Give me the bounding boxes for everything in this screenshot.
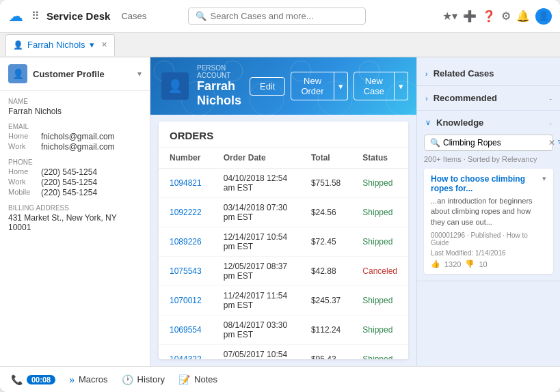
settings-icon[interactable]: ⚙ xyxy=(501,10,511,23)
help-icon[interactable]: ❓ xyxy=(482,10,496,23)
order-date: 11/24/2017 11:54 pm EST xyxy=(213,286,300,316)
order-status: Shipped xyxy=(351,198,408,227)
related-cases-header[interactable]: › Related Cases xyxy=(417,61,560,85)
timer-item[interactable]: 📞 00:08 xyxy=(11,374,55,385)
new-order-chevron[interactable]: ▾ xyxy=(334,72,348,100)
recommended-header[interactable]: › Recommended - xyxy=(417,86,560,110)
profile-chevron[interactable]: ▾ xyxy=(137,69,142,79)
tab-label: Farrah Nichols xyxy=(27,40,85,50)
new-order-button[interactable]: New Order xyxy=(291,72,334,100)
knowledge-card-modified: Last Modified: 1/14/2016 xyxy=(431,249,546,257)
search-input[interactable] xyxy=(211,11,358,21)
user-avatar[interactable]: 👤 xyxy=(535,8,552,25)
orders-table-header: Number Order Date Total Status xyxy=(159,148,408,169)
profile-body: Name Farrah Nichols Email Home fnichols@… xyxy=(0,91,150,246)
like-icon[interactable]: 👍 xyxy=(431,260,440,268)
profile-title: Customer Profile xyxy=(33,69,132,79)
email-home-row: Home fnichols@gmail.com xyxy=(8,132,142,141)
phone-work-label: Work xyxy=(8,178,38,187)
tab-close-icon[interactable]: ✕ xyxy=(101,40,107,49)
order-date: 08/14/2017 03:30 pm EST xyxy=(213,316,300,345)
col-number: Number xyxy=(159,148,213,169)
email-home-link[interactable]: fnichols@gmail.com xyxy=(41,132,115,141)
bell-icon[interactable]: 🔔 xyxy=(516,10,530,23)
knowledge-search-input[interactable] xyxy=(443,138,546,148)
notes-item[interactable]: 📝 Notes xyxy=(178,374,217,385)
person-avatar: 👤 xyxy=(161,72,189,100)
person-header: 👤 PERSON ACCOUNT Farrah Nichols Edit New… xyxy=(150,57,416,115)
top-nav: ☁ ⠿ Service Desk Cases 🔍 ★▾ ➕ ❓ ⚙ 🔔 👤 xyxy=(0,0,560,33)
knowledge-clear-icon[interactable]: ✕ xyxy=(548,138,555,148)
tab-bar: 👤 Farrah Nichols ▾ ✕ xyxy=(0,33,560,57)
order-number[interactable]: 1075543 xyxy=(159,257,213,286)
left-panel: 👤 Customer Profile ▾ Name Farrah Nichols… xyxy=(0,57,150,366)
table-row: 1070012 11/24/2017 11:54 pm EST $245.37 … xyxy=(159,286,408,316)
order-number[interactable]: 1044322 xyxy=(159,345,213,360)
order-status: Canceled xyxy=(351,257,408,286)
knowledge-card-excerpt: ...an introduction for beginners about c… xyxy=(431,196,546,227)
phone-icon: 📞 xyxy=(11,374,23,385)
dislike-icon[interactable]: 👎 xyxy=(465,260,475,268)
search-icon: 🔍 xyxy=(196,11,206,21)
macros-item[interactable]: » Macros xyxy=(69,374,107,385)
knowledge-search-bar[interactable]: 🔍 ✕ ▽ ⇅ xyxy=(424,135,553,151)
phone-mobile-row: Mobile (220) 545-1254 xyxy=(8,188,142,197)
knowledge-card-chevron[interactable]: ▾ xyxy=(542,174,546,183)
profile-avatar: 👤 xyxy=(8,64,27,83)
favorites-icon[interactable]: ★▾ xyxy=(442,10,457,23)
edit-button[interactable]: Edit xyxy=(250,77,285,96)
phone-work-row: Work (220) 545-1254 xyxy=(8,178,142,187)
phone-home-value: (220) 545-1254 xyxy=(41,167,97,177)
like-count: 1320 xyxy=(444,260,461,268)
table-row: 1069554 08/14/2017 03:30 pm EST $112.24 … xyxy=(159,316,408,345)
grid-icon[interactable]: ⠿ xyxy=(31,10,40,23)
order-number[interactable]: 1069554 xyxy=(159,316,213,345)
billing-value: 431 Market St., New York, NY 10001 xyxy=(8,213,142,232)
order-total: $42.88 xyxy=(300,257,351,286)
billing-label: Billing Address xyxy=(8,204,142,212)
knowledge-search-icon: 🔍 xyxy=(430,138,440,148)
order-total: $751.58 xyxy=(300,169,351,198)
profile-header: 👤 Customer Profile ▾ xyxy=(0,57,150,91)
new-case-button[interactable]: New Case xyxy=(354,72,395,100)
add-icon[interactable]: ➕ xyxy=(463,10,477,23)
tab-chevron[interactable]: ▾ xyxy=(90,40,94,50)
table-row: 1089226 12/14/2017 10:54 pm EST $72.45 S… xyxy=(159,227,408,257)
table-row: 1092222 03/14/2018 07:30 pm EST $24.56 S… xyxy=(159,198,408,227)
name-value: Farrah Nichols xyxy=(8,107,142,116)
order-total: $112.24 xyxy=(300,316,351,345)
knowledge-card-title[interactable]: How to choose climbing ropes for... xyxy=(431,174,539,193)
profile-phone-field: Phone Home (220) 545-1254 Work (220) 545… xyxy=(8,158,142,197)
recommended-section: › Recommended - xyxy=(417,86,560,111)
table-row: 1044322 07/05/2017 10:54 am EST $95.43 S… xyxy=(159,345,408,360)
history-item[interactable]: 🕐 History xyxy=(122,374,165,385)
recommended-chevron: › xyxy=(425,94,428,102)
order-number[interactable]: 1070012 xyxy=(159,286,213,316)
order-date: 07/05/2017 10:54 am EST xyxy=(213,345,300,360)
new-case-chevron[interactable]: ▾ xyxy=(395,72,408,100)
order-total: $95.43 xyxy=(300,345,351,360)
knowledge-header[interactable]: ∨ Knowledge - xyxy=(417,111,560,135)
phone-mobile-label: Mobile xyxy=(8,188,38,197)
order-number[interactable]: 1094821 xyxy=(159,169,213,198)
recommended-action[interactable]: - xyxy=(549,94,552,102)
order-date: 04/10/2018 12:54 am EST xyxy=(213,169,300,198)
knowledge-section: ∨ Knowledge - 🔍 ✕ ▽ ⇅ 200+ Items · Sorte… xyxy=(417,111,560,281)
knowledge-action[interactable]: - xyxy=(549,119,552,127)
orders-title: ORDERS xyxy=(159,122,408,148)
order-number[interactable]: 1089226 xyxy=(159,227,213,257)
name-label: Name xyxy=(8,98,142,105)
tab-farrah-nichols[interactable]: 👤 Farrah Nichols ▾ ✕ xyxy=(5,34,115,56)
orders-panel: ORDERS Number Order Date Total Status 10… xyxy=(159,122,408,359)
knowledge-card-id: 000001296 xyxy=(431,232,465,239)
knowledge-card-meta: 000001296 · Published · How to Guide xyxy=(431,232,546,247)
app-title: Service Desk xyxy=(46,10,110,22)
email-work-link[interactable]: fnichols@gmail.com xyxy=(41,142,115,152)
order-total: $72.45 xyxy=(300,227,351,257)
knowledge-card-footer: 👍 1320 👎 10 xyxy=(431,260,546,268)
person-info: PERSON ACCOUNT Farrah Nichols xyxy=(197,64,241,108)
order-status: Shipped xyxy=(351,227,408,257)
bottom-bar: 📞 00:08 » Macros 🕐 History 📝 Notes xyxy=(0,366,560,392)
search-bar[interactable]: 🔍 xyxy=(188,8,366,25)
order-number[interactable]: 1092222 xyxy=(159,198,213,227)
